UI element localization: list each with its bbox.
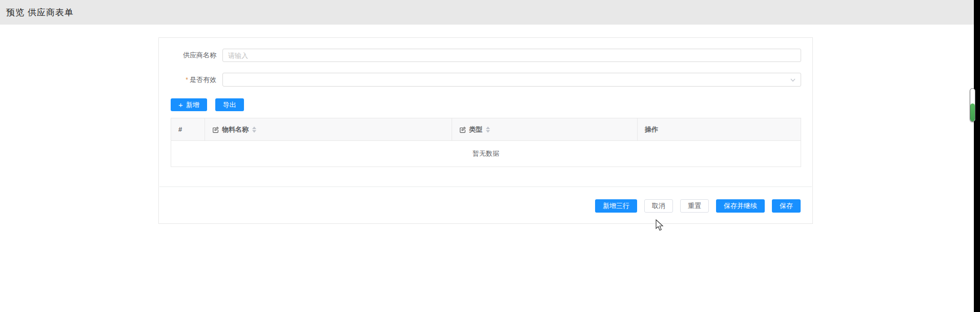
detail-table: # 物料名称 类型 <box>171 118 801 167</box>
export-button[interactable]: 导出 <box>215 98 244 111</box>
edit-icon <box>212 126 219 133</box>
column-header-actions: 操作 <box>638 118 801 140</box>
sort-icon[interactable] <box>252 127 256 133</box>
scroll-indicator-fill <box>970 103 975 121</box>
chevron-down-icon <box>790 77 796 83</box>
cancel-button[interactable]: 取消 <box>644 199 673 213</box>
screen-right-edge <box>974 0 980 312</box>
scroll-indicator-widget[interactable] <box>970 88 975 122</box>
plus-icon: + <box>178 101 183 109</box>
required-asterisk: * <box>186 76 188 84</box>
field-row-supplier-name: 供应商名称 <box>170 49 801 62</box>
table-toolbar: + 新增 导出 <box>171 98 244 111</box>
reset-button[interactable]: 重置 <box>680 199 709 213</box>
footer-divider <box>159 186 812 187</box>
edit-icon <box>459 126 466 133</box>
sort-icon[interactable] <box>486 127 490 133</box>
form-card: 供应商名称 *是否有效 + 新增 导出 <box>158 37 813 224</box>
empty-text: 暂无数据 <box>473 149 499 158</box>
table-empty-state: 暂无数据 <box>171 141 801 167</box>
column-header-index: # <box>171 118 205 140</box>
page-title: 预览 供应商表单 <box>6 7 74 18</box>
add-three-rows-button[interactable]: 新增三行 <box>595 199 637 213</box>
save-button[interactable]: 保存 <box>772 199 801 213</box>
supplier-name-input[interactable] <box>222 49 801 62</box>
add-button-label: 新增 <box>186 100 199 110</box>
is-valid-select[interactable] <box>222 73 801 87</box>
footer-actions: 新增三行 取消 重置 保存并继续 保存 <box>595 199 801 213</box>
export-button-label: 导出 <box>223 100 236 110</box>
add-button[interactable]: + 新增 <box>171 98 207 111</box>
screen: 预览 供应商表单 供应商名称 *是否有效 + <box>0 0 980 312</box>
column-header-type[interactable]: 类型 <box>452 118 638 140</box>
column-header-material-name[interactable]: 物料名称 <box>205 118 452 140</box>
page-header: 预览 供应商表单 <box>0 0 974 25</box>
save-and-continue-button[interactable]: 保存并继续 <box>716 199 765 213</box>
supplier-name-label: 供应商名称 <box>170 51 216 60</box>
field-row-is-valid: *是否有效 <box>170 73 801 87</box>
is-valid-label: *是否有效 <box>170 75 216 85</box>
table-header-row: # 物料名称 类型 <box>171 118 801 141</box>
